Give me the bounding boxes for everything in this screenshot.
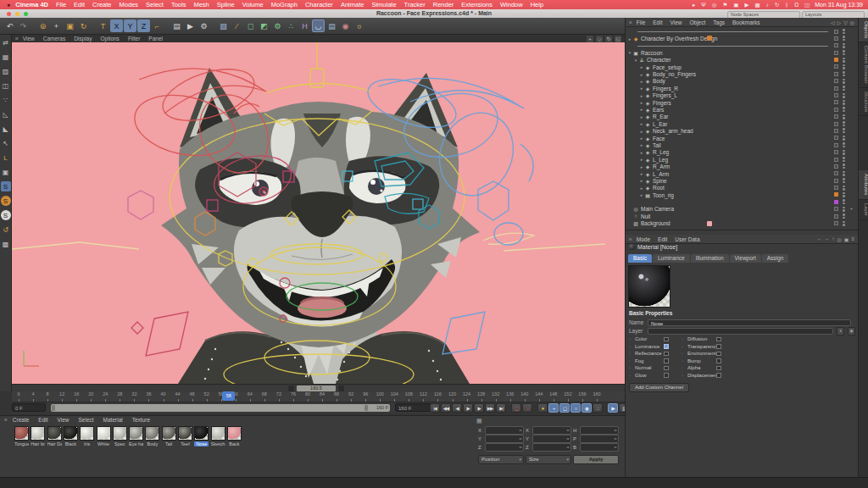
end-frame-field[interactable]: 160 F	[395, 403, 432, 412]
layer-toggle[interactable]	[834, 122, 838, 126]
layer-toggle[interactable]	[834, 86, 838, 91]
layer-field[interactable]	[648, 328, 834, 335]
material-item[interactable]: Hair Dar	[47, 426, 62, 446]
coord-value-field[interactable]	[580, 426, 619, 435]
tree-row-neck-arm-head[interactable]: ▸◈Neck_arm_head	[626, 127, 859, 134]
layer-toggle[interactable]	[834, 143, 838, 147]
current-frame-field[interactable]: 0 F	[12, 403, 46, 412]
attr-menu-edit[interactable]: Edit	[658, 236, 667, 242]
channel-checkbox[interactable]	[664, 373, 669, 378]
visibility-dots[interactable]	[843, 186, 845, 191]
zoom-view-icon[interactable]: ◇	[596, 36, 603, 42]
record-position-button[interactable]: +	[548, 403, 559, 413]
tab-assign[interactable]: Assign	[762, 254, 789, 263]
material-thumbnail[interactable]	[145, 426, 159, 441]
coord-system-icon[interactable]: ⌐	[151, 19, 164, 32]
menubar-item-create[interactable]: Create	[92, 0, 112, 9]
layer-toggle[interactable]	[834, 150, 838, 154]
material-item[interactable]: Teef	[178, 426, 192, 446]
tab-illumination[interactable]: Illumination	[691, 254, 729, 263]
menubar-item-modes[interactable]: Modes	[120, 0, 139, 9]
channel-checkbox[interactable]	[716, 366, 721, 371]
undo-icon[interactable]: ↶	[3, 19, 16, 32]
timeline-ruler[interactable]: 0481216202428323640444852566064687276808…	[12, 391, 625, 402]
last-tool-icon[interactable]: T	[97, 19, 109, 32]
tree-row-background[interactable]: ▨Background	[626, 220, 859, 227]
layer-toggle[interactable]	[834, 51, 838, 55]
channel-checkbox[interactable]	[716, 358, 721, 363]
visibility-dots[interactable]	[843, 114, 845, 119]
channel-checkbox[interactable]	[664, 337, 669, 342]
material-preview[interactable]	[628, 265, 670, 308]
menubar-item-render[interactable]: Render	[433, 0, 454, 9]
om-menu-file[interactable]: File	[637, 19, 645, 25]
material-item[interactable]: Spec	[113, 426, 127, 446]
x-axis-lock[interactable]: X	[110, 19, 123, 32]
scale-tool-icon[interactable]: ▣	[64, 19, 76, 32]
visibility-dots[interactable]	[843, 171, 845, 176]
viewport-menu-icon[interactable]: ≡	[15, 36, 19, 42]
layer-toggle[interactable]	[834, 214, 838, 219]
layer-toggle[interactable]	[834, 30, 838, 34]
tree-row-face-setup[interactable]: ▸◈Face_setup	[626, 64, 859, 70]
tweak-mode-icon[interactable]: ↖	[1, 138, 11, 148]
location-icon[interactable]: ▸	[693, 0, 695, 9]
tree-row-character-by-overfresh-design[interactable]: ▸◆Character By Overfresh Design	[626, 35, 859, 42]
render-picture-viewer-icon[interactable]: ▶	[184, 19, 197, 32]
layer-toggle[interactable]	[834, 43, 838, 47]
z-axis-lock[interactable]: Z	[137, 19, 150, 32]
battery-icon[interactable]: ◫	[804, 0, 810, 9]
visibility-dots[interactable]	[843, 214, 845, 219]
visibility-dots[interactable]	[843, 121, 845, 126]
material-thumbnail[interactable]	[211, 426, 225, 441]
channel-checkbox[interactable]	[716, 352, 721, 357]
material-thumbnail[interactable]	[80, 426, 94, 441]
om-back-icon[interactable]: ◁	[831, 19, 835, 25]
attribute-menu-icon[interactable]: ≡	[629, 236, 632, 242]
layer-toggle[interactable]	[834, 36, 838, 41]
viewport-menu-filter[interactable]: Filter	[128, 36, 140, 42]
material-thumbnail[interactable]	[194, 426, 209, 441]
menubar-item-tracker[interactable]: Tracker	[404, 0, 426, 9]
visibility-dots[interactable]	[843, 207, 845, 212]
viewport-menu-panel[interactable]: Panel	[148, 36, 163, 42]
layer-toggle[interactable]	[834, 179, 838, 183]
layer-toggle[interactable]	[834, 58, 838, 62]
play-button[interactable]: ▶	[463, 403, 473, 413]
material-item[interactable]: White	[97, 426, 111, 446]
side-tab-attributes[interactable]: Attributes	[859, 170, 868, 199]
material-thumbnail[interactable]	[31, 426, 45, 441]
layer-browse-icon[interactable]: ◉	[848, 327, 855, 336]
dropbox-icon[interactable]: ▩	[754, 0, 760, 9]
attr-back-icon[interactable]: ←	[817, 236, 822, 242]
menubar-item-animate[interactable]: Animate	[341, 0, 364, 9]
visibility-dots[interactable]	[843, 58, 845, 63]
tree-row-face[interactable]: ▸◈Face	[626, 135, 859, 141]
channel-expand-icon[interactable]: ◦	[629, 336, 635, 341]
menubar-item-mesh[interactable]: Mesh	[193, 0, 209, 9]
layer-toggle[interactable]	[834, 158, 838, 162]
material-menu-create[interactable]: Create	[13, 417, 30, 423]
visibility-dots[interactable]	[843, 107, 845, 112]
tree-row-r-leg[interactable]: ▸◈R_Leg	[626, 149, 859, 156]
visibility-dots[interactable]	[843, 36, 845, 41]
layer-toggle[interactable]	[834, 114, 838, 119]
tree-row-body-no-fingers[interactable]: ▸◈Body_no_Fingers	[626, 70, 859, 77]
attr-forward-icon[interactable]: →	[825, 236, 830, 242]
add-custom-channel-button[interactable]: Add Custom Channel	[629, 383, 689, 392]
generators-icon[interactable]: ⚙	[271, 19, 284, 32]
layer-toggle[interactable]	[834, 207, 838, 211]
viewport-solo-icon[interactable]: ▣	[1, 167, 11, 177]
display-icon[interactable]: ▣	[733, 0, 738, 9]
material-menu-view[interactable]: View	[58, 417, 70, 423]
deformers-icon[interactable]: H	[298, 19, 311, 32]
layer-toggle[interactable]	[834, 192, 838, 197]
add-cube-icon[interactable]: ▧	[217, 19, 230, 32]
channel-expand-icon[interactable]: ◦	[629, 373, 635, 378]
menubar-clock[interactable]: Mon 31 Aug 13:39	[815, 0, 863, 9]
record-params-button[interactable]: ∷	[593, 403, 603, 413]
menubar-item-file[interactable]: File	[56, 0, 66, 9]
material-thumbnail[interactable]	[64, 426, 78, 441]
coord-value-field[interactable]	[532, 426, 571, 435]
visibility-dots[interactable]	[843, 93, 845, 98]
